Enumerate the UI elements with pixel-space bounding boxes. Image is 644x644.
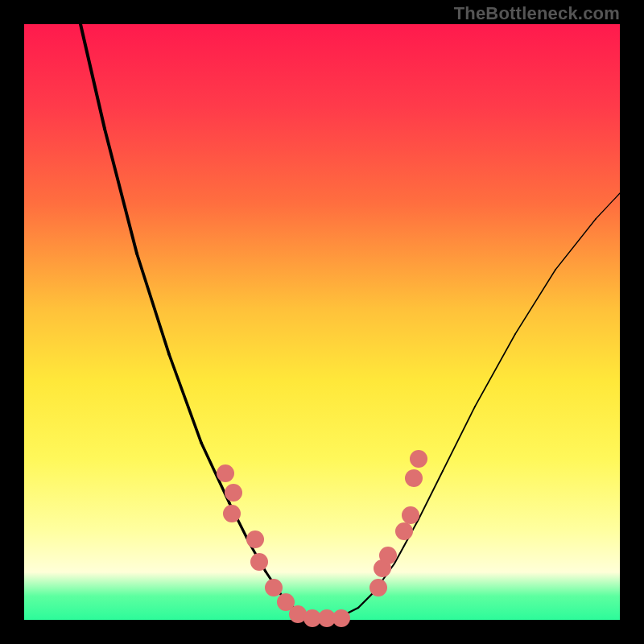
curve-segment bbox=[596, 193, 620, 219]
data-dot bbox=[265, 579, 283, 597]
data-dot bbox=[250, 553, 268, 571]
bottleneck-curve bbox=[80, 24, 620, 618]
curve-segment bbox=[105, 129, 137, 254]
data-dot bbox=[410, 450, 427, 468]
curve-segment bbox=[137, 254, 169, 354]
dot-cluster bbox=[217, 450, 427, 627]
curve-segment bbox=[515, 270, 555, 334]
data-dot bbox=[395, 522, 413, 540]
curve-segment bbox=[80, 24, 105, 129]
chart-frame bbox=[24, 24, 620, 620]
curve-segment bbox=[475, 334, 515, 407]
bottleneck-chart bbox=[24, 24, 620, 620]
data-dot bbox=[225, 484, 242, 502]
data-dot bbox=[246, 530, 264, 548]
attribution-label: TheBottleneck.com bbox=[454, 3, 620, 24]
data-dot bbox=[379, 547, 397, 564]
curve-segment bbox=[443, 407, 475, 471]
curve-segment bbox=[358, 592, 374, 608]
data-dot bbox=[369, 579, 387, 597]
data-dot bbox=[223, 505, 241, 522]
curve-segment bbox=[169, 354, 201, 443]
data-dot bbox=[332, 609, 350, 627]
data-dot bbox=[405, 469, 423, 487]
curve-segment bbox=[555, 219, 596, 270]
data-dot bbox=[402, 506, 419, 524]
data-dot bbox=[217, 464, 234, 482]
